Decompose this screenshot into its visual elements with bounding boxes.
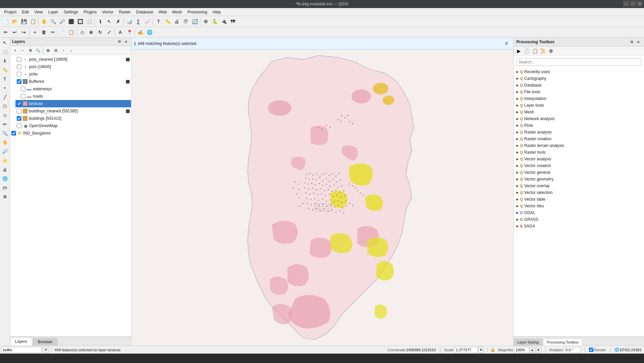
layer-checkbox-buffered[interactable] <box>17 79 21 84</box>
measure-line-button[interactable]: 📏 <box>1 65 9 74</box>
proc-vector-analysis[interactable]: ▶ Q Vector analysis <box>514 156 644 162</box>
select-rectangle-button[interactable]: ⬜ <box>1 47 9 56</box>
undo-button[interactable]: ↩ <box>10 28 19 37</box>
processing-float-button[interactable]: ⧉ <box>629 39 635 45</box>
menu-project[interactable]: Project <box>1 8 19 16</box>
new-project-button[interactable]: 📄 <box>1 17 10 26</box>
layer-item-waterways[interactable]: waterways <box>19 85 131 93</box>
add-line-button[interactable]: ╱ <box>1 93 9 101</box>
move-feature-button[interactable]: ⊕ <box>87 28 95 37</box>
proc-mesh[interactable]: ▶ Q Mesh <box>514 109 644 115</box>
search-tool-button[interactable]: 🔎 <box>1 147 9 156</box>
open-project-button[interactable]: 📂 <box>10 17 19 26</box>
menu-view[interactable]: View <box>31 8 46 16</box>
label-button[interactable]: T <box>154 17 163 26</box>
print-button[interactable]: 🖨 <box>172 17 181 26</box>
layer-item-pois-cleaned[interactable]: • pois_cleaned [19809] ⬛ <box>15 56 131 63</box>
proc-gdal[interactable]: ▶ G GDAL <box>514 209 644 216</box>
open-layer-properties-button[interactable]: ⚙ <box>27 47 34 54</box>
move-down-button[interactable]: ↓ <box>67 47 75 54</box>
node-tool-button[interactable]: ◇ <box>78 28 86 37</box>
layer-checkbox-ind-bangalore[interactable] <box>11 131 16 136</box>
temporal-controller-button[interactable]: ⏱ <box>181 17 190 26</box>
layer-item-osm[interactable]: ▦ OpenStreetMap <box>15 122 131 129</box>
layer-checkbox-pois[interactable] <box>17 64 21 69</box>
menu-plugins[interactable]: Plugins <box>81 8 99 16</box>
print-layout-button[interactable]: 🖨 <box>1 165 9 174</box>
layer-item-pofw[interactable]: • pofw <box>15 70 131 78</box>
render-checkbox[interactable] <box>589 348 593 352</box>
layers-float-button[interactable]: ⧉ <box>116 39 122 45</box>
proc-plots[interactable]: ▶ Q Plots <box>514 122 644 129</box>
add-feature-button[interactable]: + <box>30 28 39 37</box>
expand-all-button[interactable]: ⊞ <box>44 47 52 54</box>
delete-feature-button[interactable]: 🗑 <box>40 28 48 37</box>
menu-settings[interactable]: Settings <box>61 8 81 16</box>
maximize-button[interactable]: □ <box>630 1 636 7</box>
layer-checkbox-osm[interactable] <box>17 123 21 128</box>
search-clear-button[interactable]: ✕ <box>43 347 49 353</box>
proc-vector-overlay[interactable]: ▶ Q Vector overlay <box>514 183 644 189</box>
scale-dropdown-button[interactable]: ▼ <box>478 347 484 353</box>
proc-vector-creation[interactable]: ▶ Q Vector creation <box>514 162 644 169</box>
menu-layer[interactable]: Layer <box>46 8 61 16</box>
field-calculator-button[interactable]: ∑ <box>134 17 143 26</box>
proc-raster-creation[interactable]: ▶ Q Raster creation <box>514 136 644 142</box>
zoom-in-button[interactable]: 🔍 <box>49 17 57 26</box>
tab-layers[interactable]: Layers <box>10 338 32 346</box>
magnifier-up[interactable]: ▲ <box>530 347 535 353</box>
proc-interpolation[interactable]: ▶ Q Interpolation <box>514 95 644 102</box>
proc-cartography[interactable]: ▶ Q Cartography <box>514 75 644 82</box>
copy-button[interactable]: 📄 <box>58 28 66 37</box>
proc-layer-tools[interactable]: ▶ Q Layer tools <box>514 102 644 109</box>
globe-button[interactable]: 🌐 <box>1 174 9 183</box>
collapse-all-button[interactable]: ⊟ <box>52 47 59 54</box>
layer-checkbox-pois-cleaned[interactable] <box>17 57 21 62</box>
magnifier-down[interactable]: ▼ <box>536 347 541 353</box>
node-tool-left-button[interactable]: ◇ <box>1 111 9 119</box>
pan-tool-button[interactable]: ✋ <box>1 138 9 147</box>
bookmark-button[interactable]: ⭐ <box>1 156 9 165</box>
layers-close-button[interactable]: ✕ <box>123 39 129 45</box>
menu-edit[interactable]: Edit <box>19 8 31 16</box>
proc-options-button[interactable]: ⚙ <box>547 47 555 55</box>
proc-raster-terrain-analysis[interactable]: ▶ Q Raster terrain analysis <box>514 142 644 149</box>
filter-layer-button[interactable]: 🔍 <box>35 47 42 54</box>
layer-item-buildings-cleaned[interactable]: buildings_cleaned [591385] ⬛ <box>15 107 131 115</box>
menu-web[interactable]: Web <box>156 8 169 16</box>
proc-vector-selection[interactable]: ▶ Q Vector selection <box>514 189 644 196</box>
proc-recently-used[interactable]: ▶ Q Recently used <box>514 68 644 75</box>
zoom-out-button[interactable]: 🔎 <box>58 17 66 26</box>
text-annotation-button[interactable]: T <box>1 74 9 83</box>
identify-button[interactable]: ℹ <box>96 17 105 26</box>
layer-checkbox-buildings[interactable] <box>17 116 21 121</box>
select-button[interactable]: ↖ <box>105 17 114 26</box>
proc-vector-tiles[interactable]: ▶ Q Vector tiles <box>514 203 644 209</box>
proc-saga[interactable]: ▶ S SAGA <box>514 223 644 229</box>
layer-item-buildings[interactable]: buildings [591415] <box>15 115 131 122</box>
close-button[interactable]: ✕ <box>637 1 643 7</box>
layer-item-ind-bangalore[interactable]: 📁 IND_Bangalore <box>10 129 131 137</box>
proc-vector-geometry[interactable]: ▶ Q Vector geometry <box>514 176 644 183</box>
layer-checkbox-pofw[interactable] <box>17 72 21 76</box>
proc-vector-general[interactable]: ▶ Q Vector general <box>514 169 644 176</box>
processing-toolbox-button[interactable]: ⚙ <box>201 17 210 26</box>
zoom-full-button[interactable]: ⬛ <box>67 17 75 26</box>
redo-button[interactable]: ↪ <box>19 28 28 37</box>
save-as-button[interactable]: 📋 <box>28 17 37 26</box>
layer-item-landuse[interactable]: landuse <box>15 100 131 107</box>
georeferencer-button[interactable]: 🌐 <box>145 28 154 37</box>
identify-features-button[interactable]: ℹ <box>1 56 9 65</box>
zoom-selection-button[interactable]: ⬜ <box>85 17 93 26</box>
edit-pencil-button[interactable]: ✏ <box>1 28 10 37</box>
measure-button[interactable]: 📏 <box>163 17 172 26</box>
minimize-button[interactable]: — <box>623 1 629 7</box>
proc-run-button[interactable]: ▶ <box>515 47 522 55</box>
processing-search-input[interactable] <box>516 58 641 66</box>
options-button[interactable]: ⚙ <box>1 192 9 201</box>
layer-item-roads[interactable]: roads <box>19 93 131 100</box>
move-up-button[interactable]: ↑ <box>60 47 67 54</box>
paste-button[interactable]: 📋 <box>67 28 75 37</box>
menu-raster[interactable]: Raster <box>116 8 133 16</box>
scale-button[interactable]: ⤢ <box>105 28 114 37</box>
